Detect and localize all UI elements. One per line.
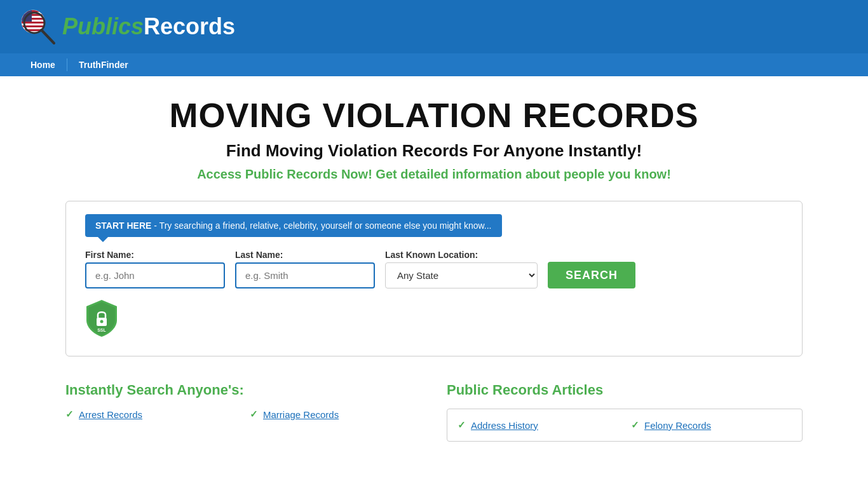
search-container: START HERE - Try searching a friend, rel… — [65, 201, 803, 356]
page-title: MOVING VIOLATION RECORDS — [65, 95, 803, 135]
arrest-records-link[interactable]: Arrest Records — [79, 409, 142, 420]
last-name-input[interactable] — [235, 262, 375, 288]
nav-truthfinder[interactable]: TruthFinder — [67, 53, 140, 76]
page-subtitle: Find Moving Violation Records For Anyone… — [65, 141, 803, 161]
logo-icon — [19, 8, 57, 46]
location-group: Last Known Location: Any State Alabama A… — [385, 250, 538, 288]
last-name-group: Last Name: — [235, 250, 375, 288]
first-name-input[interactable] — [85, 262, 225, 288]
logo-text: PublicsRecords — [62, 13, 235, 40]
left-column: Instantly Search Anyone's: Arrest Record… — [65, 382, 421, 442]
nav-home[interactable]: Home — [19, 53, 67, 76]
left-links-col1: Arrest Records — [65, 409, 237, 420]
logo[interactable]: PublicsRecords — [19, 8, 235, 46]
svg-rect-3 — [22, 10, 44, 12]
right-column: Public Records Articles Address History … — [447, 382, 803, 442]
main-content: MOVING VIOLATION RECORDS Find Moving Vio… — [53, 76, 815, 461]
page-tagline: Access Public Records Now! Get detailed … — [65, 167, 803, 182]
ssl-badge: SSL — [85, 299, 783, 337]
list-item: Arrest Records — [65, 409, 237, 420]
site-header: PublicsRecords — [0, 0, 868, 53]
search-fields: First Name: Last Name: Last Known Locati… — [85, 250, 783, 288]
address-history-link[interactable]: Address History — [471, 420, 538, 431]
first-name-group: First Name: — [85, 250, 225, 288]
svg-line-11 — [41, 30, 54, 43]
svg-point-13 — [100, 320, 104, 323]
links-grid: Arrest Records Marriage Records — [65, 409, 421, 420]
location-label: Last Known Location: — [385, 250, 538, 260]
banner-bold: START HERE — [95, 220, 151, 231]
last-name-label: Last Name: — [235, 250, 375, 260]
first-name-label: First Name: — [85, 250, 225, 260]
felony-records-link[interactable]: Felony Records — [644, 420, 711, 431]
marriage-records-link[interactable]: Marriage Records — [263, 409, 339, 420]
search-button[interactable]: SEARCH — [548, 262, 635, 288]
list-item: Address History — [458, 419, 618, 431]
start-here-banner: START HERE - Try searching a friend, rel… — [85, 214, 502, 237]
bottom-section: Instantly Search Anyone's: Arrest Record… — [65, 382, 803, 442]
ssl-shield-icon: SSL — [85, 299, 118, 337]
left-links-col2: Marriage Records — [250, 409, 421, 420]
articles-list: Address History Felony Records — [458, 419, 792, 431]
list-item: Felony Records — [631, 419, 792, 431]
svg-text:SSL: SSL — [97, 328, 106, 332]
list-item: Marriage Records — [250, 409, 421, 420]
state-select[interactable]: Any State Alabama Alaska Arizona Califor… — [385, 262, 538, 288]
banner-text: - Try searching a friend, relative, cele… — [151, 220, 491, 231]
instantly-search-title: Instantly Search Anyone's: — [65, 382, 421, 398]
main-nav: Home TruthFinder — [0, 53, 868, 76]
articles-title: Public Records Articles — [447, 382, 803, 398]
articles-box: Address History Felony Records — [447, 409, 803, 442]
